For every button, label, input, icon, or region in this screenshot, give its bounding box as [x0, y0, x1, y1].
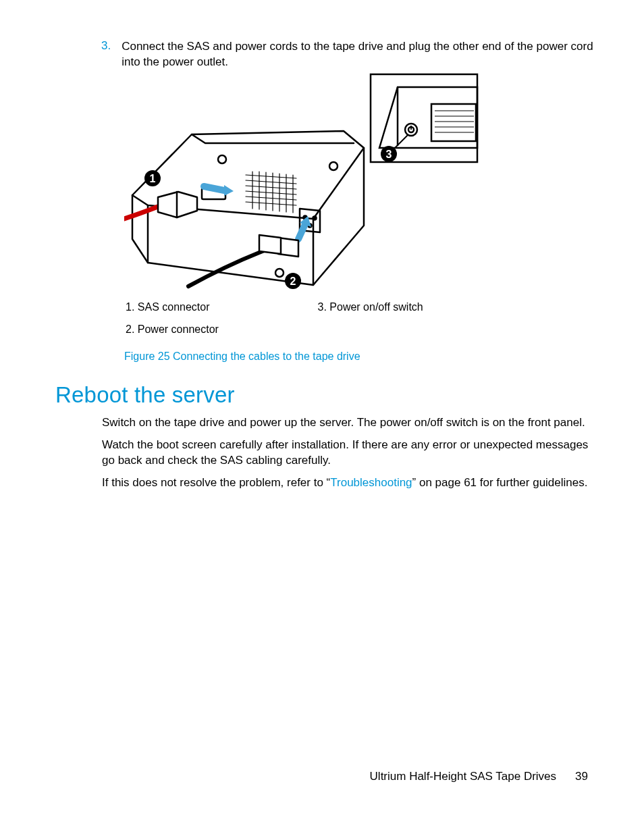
svg-text:2: 2	[290, 276, 296, 287]
paragraph-2: Watch the boot screen carefully after in…	[102, 438, 601, 469]
svg-point-4	[218, 155, 226, 163]
para3-part-a: If this does not resolve the problem, re…	[102, 476, 330, 489]
legend-item-1: 1. SAS connector	[126, 301, 210, 313]
svg-point-2	[313, 217, 317, 220]
troubleshooting-link[interactable]: Troubleshooting	[330, 476, 412, 489]
paragraph-3: If this does not resolve the problem, re…	[102, 475, 601, 491]
svg-point-5	[329, 162, 338, 170]
instruction-step: 3. Connect the SAS and power cords to th…	[101, 39, 601, 70]
footer-title: Ultrium Half-Height SAS Tape Drives	[370, 770, 557, 783]
para3-part-b: ” on page 61 for further guidelines.	[412, 476, 588, 489]
footer-page-number: 39	[575, 770, 588, 783]
section-heading: Reboot the server	[55, 382, 235, 408]
paragraph-1: Switch on the tape drive and power up th…	[102, 415, 601, 431]
page-footer: Ultrium Half-Height SAS Tape Drives 39	[370, 770, 588, 783]
figure-caption: Figure 25 Connecting the cables to the t…	[124, 350, 360, 363]
step-number: 3.	[101, 39, 111, 70]
legend-item-2: 2. Power connector	[126, 323, 219, 336]
figure-legend: 1. SAS connector 3. Power on/off switch …	[126, 301, 504, 346]
svg-text:1: 1	[150, 173, 156, 184]
step-text: Connect the SAS and power cords to the t…	[122, 39, 601, 70]
legend-item-3: 3. Power on/off switch	[318, 301, 423, 313]
svg-point-6	[275, 269, 284, 277]
svg-text:3: 3	[386, 149, 392, 160]
figure-illustration: 1 2 3	[124, 70, 479, 290]
document-page: 3. Connect the SAS and power cords to th…	[0, 0, 644, 834]
body-text: Switch on the tape drive and power up th…	[102, 415, 601, 498]
